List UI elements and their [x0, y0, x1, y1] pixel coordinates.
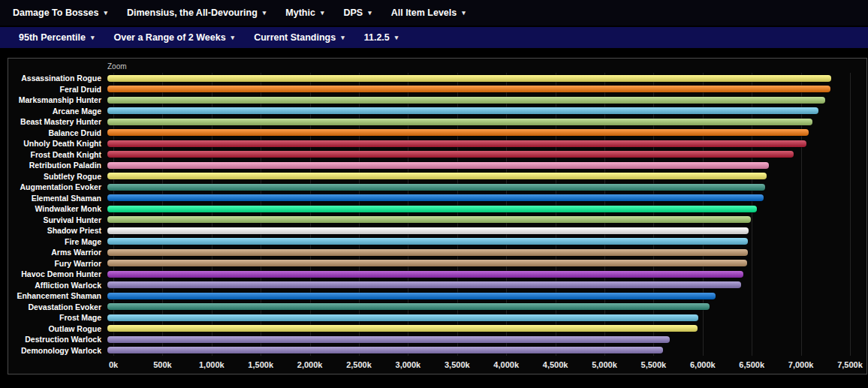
bar-track	[107, 119, 850, 125]
chevron-down-icon: ▾	[263, 10, 267, 17]
dps-bar[interactable]	[107, 194, 764, 201]
bar-row: Frost Death Knight	[8, 149, 866, 161]
spec-label[interactable]: Affliction Warlock	[8, 281, 107, 290]
dps-bar[interactable]	[107, 216, 751, 223]
chevron-down-icon: ▾	[395, 35, 399, 41]
bar-track	[107, 86, 850, 92]
bar-row: Shadow Priest	[8, 225, 866, 236]
dps-bar[interactable]	[107, 129, 809, 136]
spec-label[interactable]: Survival Hunter	[8, 215, 107, 224]
chevron-down-icon: ▾	[341, 35, 345, 41]
dps-bar[interactable]	[107, 173, 767, 179]
bar-row: Frost Mage	[8, 312, 866, 323]
spec-label[interactable]: Arms Warrior	[8, 248, 107, 257]
time-range-label: Over a Range of 2 Weeks	[113, 32, 225, 43]
spec-label[interactable]: Marksmanship Hunter	[8, 95, 107, 104]
dps-bar[interactable]	[107, 314, 698, 321]
dps-bar[interactable]	[107, 97, 825, 104]
spec-label[interactable]: Frost Death Knight	[8, 150, 107, 159]
spec-label[interactable]: Balance Druid	[8, 128, 107, 137]
spec-label[interactable]: Unholy Death Knight	[8, 139, 107, 148]
bar-track	[107, 260, 850, 266]
x-tick-label: 7,500k	[837, 360, 863, 369]
spec-label[interactable]: Subtlety Rogue	[8, 172, 107, 181]
dps-bar[interactable]	[107, 140, 806, 147]
dps-bar[interactable]	[107, 151, 794, 158]
bar-row: Beast Mastery Hunter	[8, 116, 866, 128]
spec-label[interactable]: Frost Mage	[8, 313, 107, 322]
dps-bar[interactable]	[107, 206, 757, 212]
dps-bar[interactable]	[107, 227, 749, 234]
dps-bar[interactable]	[107, 238, 748, 245]
x-tick-label: 5,000k	[592, 360, 617, 369]
metric-type-label: Damage To Bosses	[13, 8, 98, 18]
bar-track	[107, 249, 850, 256]
item-level-dropdown[interactable]: All Item Levels ▾	[381, 0, 475, 26]
x-axis: 0k500k1,000k1,500k2,000k2,500k3,000k3,50…	[113, 360, 850, 372]
dps-bar[interactable]	[107, 281, 741, 288]
spec-label[interactable]: Havoc Demon Hunter	[8, 269, 107, 278]
dps-bar[interactable]	[107, 336, 670, 343]
difficulty-label: Mythic	[285, 8, 315, 18]
dps-bar[interactable]	[107, 107, 818, 114]
dps-bar[interactable]	[107, 184, 765, 191]
dps-bar[interactable]	[107, 303, 710, 310]
x-tick-label: 1,500k	[248, 360, 273, 369]
percentile-dropdown[interactable]: 95th Percentile ▾	[9, 27, 104, 48]
patch-dropdown[interactable]: 11.2.5 ▾	[354, 27, 408, 48]
bar-track	[107, 206, 850, 212]
bar-track	[107, 271, 850, 278]
spec-label[interactable]: Assassination Rogue	[8, 74, 107, 83]
dps-bar[interactable]	[107, 249, 748, 256]
spec-label[interactable]: Demonology Warlock	[8, 346, 107, 355]
dps-bar[interactable]	[107, 293, 716, 299]
chevron-down-icon: ▾	[91, 35, 95, 41]
bar-row: Arcane Mage	[8, 106, 866, 117]
spec-label[interactable]: Feral Druid	[8, 85, 107, 94]
chevron-down-icon: ▾	[104, 10, 107, 17]
metric-type-dropdown[interactable]: Damage To Bosses ▾	[3, 0, 117, 26]
spec-label[interactable]: Elemental Shaman	[8, 194, 107, 203]
dps-bar[interactable]	[107, 347, 663, 353]
spec-label[interactable]: Enhancement Shaman	[8, 291, 107, 300]
x-tick-label: 4,000k	[493, 360, 519, 369]
dps-bar[interactable]	[107, 119, 812, 125]
x-tick-label: 4,500k	[543, 360, 568, 369]
time-range-dropdown[interactable]: Over a Range of 2 Weeks ▾	[104, 27, 244, 48]
spec-label[interactable]: Destruction Warlock	[8, 335, 107, 344]
spec-label[interactable]: Devastation Evoker	[8, 302, 107, 311]
bar-row: Elemental Shaman	[8, 193, 866, 204]
spec-label[interactable]: Augmentation Evoker	[8, 182, 107, 191]
difficulty-dropdown[interactable]: Mythic ▾	[276, 0, 333, 26]
dps-bar[interactable]	[107, 162, 769, 169]
spec-label[interactable]: Beast Mastery Hunter	[8, 117, 107, 126]
spec-label[interactable]: Outlaw Rogue	[8, 324, 107, 333]
spec-label[interactable]: Shadow Priest	[8, 226, 107, 235]
dps-bar[interactable]	[107, 260, 747, 266]
bar-rows: Assassination Rogue Feral Druid Marksman…	[8, 73, 866, 356]
bar-row: Feral Druid	[8, 84, 866, 95]
bar-row: Unholy Death Knight	[8, 138, 866, 149]
x-tick-label: 0k	[109, 360, 118, 369]
spec-label[interactable]: Windwalker Monk	[8, 204, 107, 213]
filter-toolbar-primary: Damage To Bosses ▾ Dimensius, the All-De…	[0, 0, 868, 26]
bar-row: Arms Warrior	[8, 247, 866, 258]
bar-track	[107, 129, 850, 136]
chevron-down-icon: ▾	[462, 10, 466, 17]
boss-dropdown[interactable]: Dimensius, the All-Devouring ▾	[117, 0, 276, 26]
bar-track	[107, 97, 850, 104]
bar-track	[107, 140, 850, 147]
patch-label: 11.2.5	[364, 32, 390, 43]
dps-bar[interactable]	[107, 325, 698, 332]
spec-label[interactable]: Fire Mage	[8, 237, 107, 246]
role-metric-dropdown[interactable]: DPS ▾	[333, 0, 381, 26]
spec-label[interactable]: Arcane Mage	[8, 107, 107, 116]
dps-bar[interactable]	[107, 271, 743, 278]
chevron-down-icon: ▾	[321, 10, 324, 17]
spec-label[interactable]: Fury Warrior	[8, 259, 107, 268]
standings-dropdown[interactable]: Current Standings ▾	[244, 27, 354, 48]
dps-bar[interactable]	[107, 75, 831, 82]
spec-label[interactable]: Retribution Paladin	[8, 161, 107, 170]
x-tick-label: 3,000k	[396, 360, 421, 369]
dps-bar[interactable]	[107, 86, 830, 92]
